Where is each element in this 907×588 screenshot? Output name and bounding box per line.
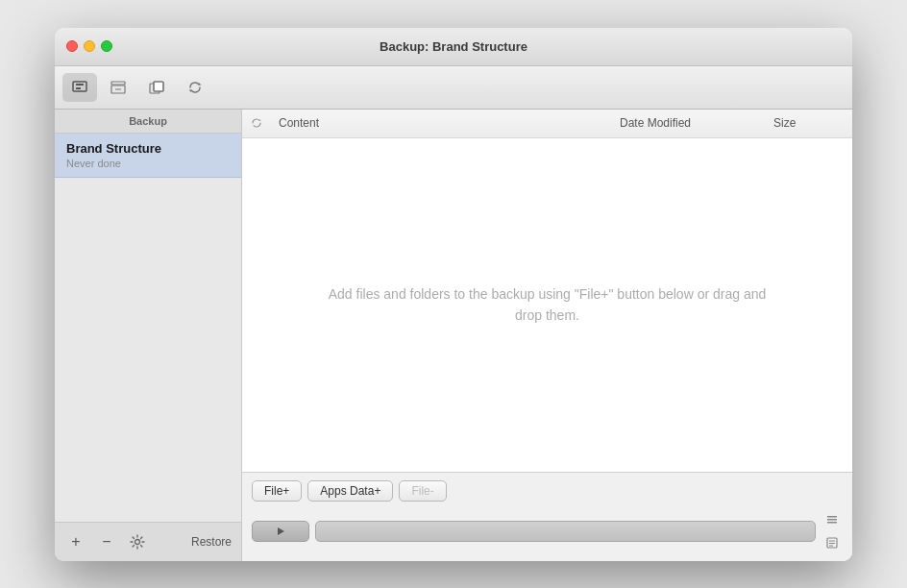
svg-rect-12 bbox=[827, 519, 837, 521]
list-icon-button[interactable] bbox=[821, 509, 843, 530]
log-icon-button[interactable] bbox=[821, 532, 843, 553]
sync-tab-button[interactable] bbox=[178, 73, 212, 102]
refresh-icon-container bbox=[242, 117, 271, 129]
log-icon bbox=[825, 536, 839, 550]
svg-rect-7 bbox=[154, 82, 163, 91]
clone-icon bbox=[148, 79, 165, 96]
maximize-button[interactable] bbox=[101, 40, 112, 52]
backup-icon bbox=[71, 79, 88, 96]
sidebar-list: Brand Structure Never done bbox=[55, 134, 241, 522]
close-button[interactable] bbox=[66, 40, 78, 52]
restore-button[interactable]: Restore bbox=[191, 535, 232, 549]
traffic-lights bbox=[66, 40, 112, 52]
progress-bar bbox=[315, 521, 816, 542]
apps-data-plus-button[interactable]: Apps Data+ bbox=[307, 480, 393, 502]
add-backup-button[interactable]: + bbox=[64, 530, 87, 553]
sidebar-item-subtitle: Never done bbox=[66, 158, 230, 169]
content-area: Content Date Modified Size Add files and… bbox=[242, 110, 852, 561]
clone-tab-button[interactable] bbox=[139, 73, 174, 102]
empty-state: Add files and folders to the backup usin… bbox=[242, 138, 852, 472]
settings-button[interactable] bbox=[126, 530, 149, 553]
window-title: Backup: Brand Structure bbox=[380, 39, 527, 54]
main-window: Backup: Brand Structure bbox=[55, 28, 852, 561]
file-minus-button[interactable]: File- bbox=[399, 480, 446, 502]
content-column-header: Content bbox=[271, 116, 612, 130]
bottom-bar: File+ Apps Data+ File- bbox=[242, 472, 852, 561]
toolbar bbox=[55, 66, 852, 110]
main-layout: Backup Brand Structure Never done + − Re… bbox=[55, 110, 852, 561]
sidebar: Backup Brand Structure Never done + − Re… bbox=[55, 110, 242, 561]
sidebar-header: Backup bbox=[55, 110, 241, 134]
file-plus-button[interactable]: File+ bbox=[252, 480, 302, 502]
date-modified-column-header: Date Modified bbox=[612, 116, 766, 130]
play-icon bbox=[276, 527, 285, 536]
archive-icon bbox=[110, 79, 127, 96]
backup-tab-button[interactable] bbox=[62, 73, 97, 102]
svg-rect-11 bbox=[827, 516, 837, 518]
sidebar-item-name: Brand Structure bbox=[66, 141, 230, 156]
svg-rect-1 bbox=[76, 84, 84, 86]
size-column-header: Size bbox=[766, 116, 843, 130]
empty-message: Add files and folders to the backup usin… bbox=[317, 283, 778, 327]
svg-rect-13 bbox=[827, 522, 837, 524]
svg-point-9 bbox=[135, 539, 140, 544]
gear-icon bbox=[130, 534, 145, 550]
svg-rect-2 bbox=[76, 87, 81, 89]
column-headers: Content Date Modified Size bbox=[242, 110, 852, 138]
archive-tab-button[interactable] bbox=[101, 73, 135, 102]
refresh-icon bbox=[251, 117, 262, 129]
svg-marker-10 bbox=[278, 527, 284, 535]
action-buttons: File+ Apps Data+ File- bbox=[252, 480, 843, 502]
sync-icon bbox=[186, 79, 204, 96]
svg-rect-3 bbox=[111, 82, 125, 85]
right-icon-buttons bbox=[821, 509, 843, 553]
list-icon bbox=[825, 513, 839, 527]
minimize-button[interactable] bbox=[84, 40, 95, 52]
play-button[interactable] bbox=[252, 521, 309, 542]
remove-backup-button[interactable]: − bbox=[95, 530, 118, 553]
svg-rect-0 bbox=[73, 82, 86, 91]
sidebar-item-brand-structure[interactable]: Brand Structure Never done bbox=[55, 134, 241, 178]
title-bar: Backup: Brand Structure bbox=[55, 28, 852, 66]
progress-row bbox=[252, 509, 843, 553]
sidebar-footer: + − Restore bbox=[55, 522, 241, 561]
